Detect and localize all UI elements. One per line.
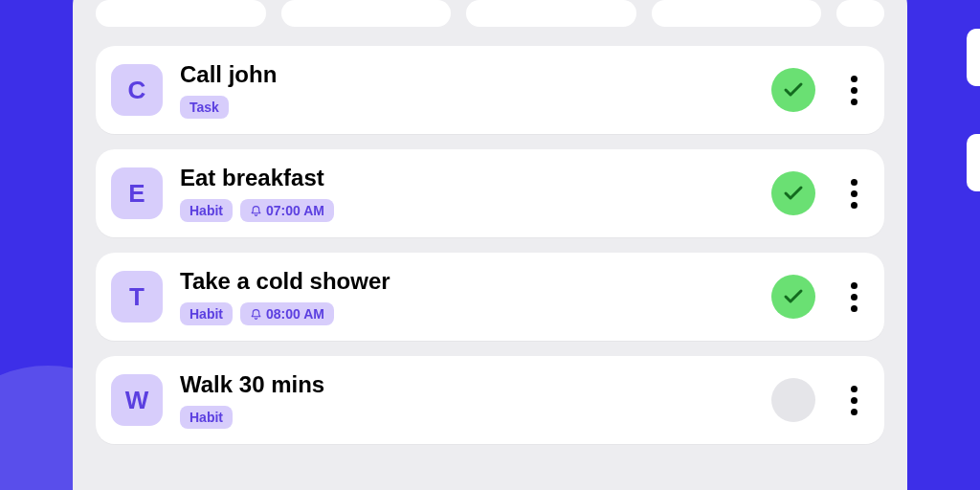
more-button[interactable] — [842, 282, 865, 312]
complete-button[interactable] — [771, 275, 815, 319]
filter-pill[interactable] — [836, 0, 884, 27]
check-icon — [782, 182, 805, 205]
more-vertical-icon — [851, 76, 858, 82]
type-chip: Habit — [180, 302, 233, 325]
type-chip: Task — [180, 96, 229, 119]
list-item[interactable]: C Call john Task — [96, 46, 884, 134]
item-chips: Habit 07:00 AM — [180, 199, 754, 222]
check-icon — [782, 78, 805, 101]
time-label: 08:00 AM — [266, 306, 324, 322]
more-button[interactable] — [842, 76, 865, 105]
type-chip: Habit — [180, 406, 233, 429]
item-avatar: T — [111, 271, 163, 323]
item-body: Take a cold shower Habit 08:00 AM — [180, 268, 754, 325]
more-vertical-icon — [851, 386, 858, 392]
complete-button[interactable] — [771, 378, 815, 422]
item-title: Call john — [180, 61, 754, 88]
more-button[interactable] — [842, 179, 865, 209]
item-avatar: E — [111, 167, 163, 219]
item-chips: Task — [180, 96, 754, 119]
more-vertical-icon — [851, 179, 858, 186]
item-body: Call john Task — [180, 61, 754, 119]
time-label: 07:00 AM — [266, 203, 324, 218]
list-item[interactable]: T Take a cold shower Habit 08:00 AM — [96, 253, 884, 341]
filter-row — [96, 0, 884, 27]
list-item[interactable]: E Eat breakfast Habit 07:00 AM — [96, 149, 884, 237]
more-vertical-icon — [851, 282, 858, 289]
device-notch — [967, 134, 980, 191]
time-chip: 07:00 AM — [240, 199, 334, 222]
type-chip: Habit — [180, 199, 233, 222]
list-item[interactable]: W Walk 30 mins Habit — [96, 356, 884, 444]
item-avatar: C — [111, 64, 163, 116]
item-chips: Habit — [180, 406, 754, 429]
item-chips: Habit 08:00 AM — [180, 302, 754, 325]
item-title: Walk 30 mins — [180, 371, 754, 398]
item-body: Walk 30 mins Habit — [180, 371, 754, 429]
bell-icon — [250, 205, 262, 217]
app-panel: C Call john Task E Eat breakfast Habit 0… — [73, 0, 907, 490]
device-notch — [967, 29, 980, 86]
bell-icon — [250, 308, 262, 321]
filter-pill[interactable] — [96, 0, 266, 27]
check-icon — [782, 285, 805, 308]
filter-pill[interactable] — [652, 0, 822, 27]
filter-pill[interactable] — [466, 0, 636, 27]
item-avatar: W — [111, 374, 163, 426]
time-chip: 08:00 AM — [240, 302, 334, 325]
more-button[interactable] — [842, 386, 865, 415]
item-title: Take a cold shower — [180, 268, 754, 295]
complete-button[interactable] — [771, 68, 815, 112]
filter-pill[interactable] — [281, 0, 452, 27]
item-title: Eat breakfast — [180, 165, 754, 191]
item-body: Eat breakfast Habit 07:00 AM — [180, 165, 754, 222]
complete-button[interactable] — [771, 171, 815, 215]
